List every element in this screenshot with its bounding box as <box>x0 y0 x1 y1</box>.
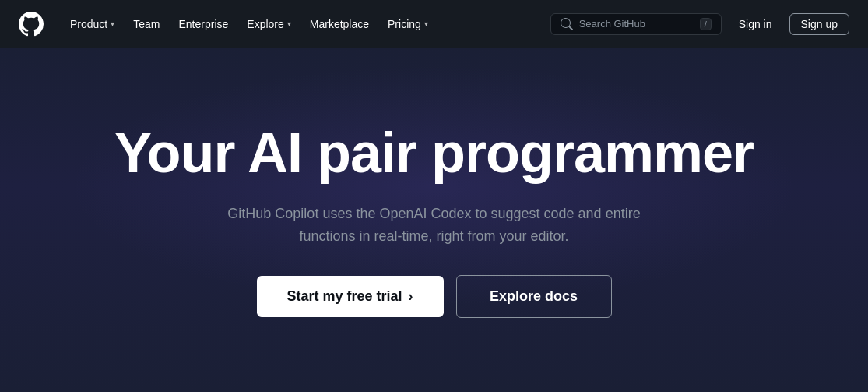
github-logo[interactable] <box>19 12 44 37</box>
hero-title: Your AI pair programmer <box>114 122 754 184</box>
explore-docs-button[interactable]: Explore docs <box>456 275 612 318</box>
sign-in-button[interactable]: Sign in <box>731 13 780 35</box>
chevron-down-icon: ▾ <box>111 19 114 28</box>
nav-links: Product ▾ Team Enterprise Explore ▾ Mark… <box>62 13 538 35</box>
chevron-down-icon: ▾ <box>287 19 291 28</box>
chevron-down-icon: ▾ <box>424 19 428 28</box>
nav-item-pricing[interactable]: Pricing ▾ <box>380 13 436 35</box>
hero-section: Your AI pair programmer GitHub Copilot u… <box>0 48 868 392</box>
nav-item-marketplace[interactable]: Marketplace <box>302 13 377 35</box>
search-shortcut: / <box>700 18 712 30</box>
arrow-icon: › <box>409 288 413 305</box>
hero-subtitle: GitHub Copilot uses the OpenAI Codex to … <box>209 203 660 248</box>
nav-right: / Sign in Sign up <box>550 13 849 35</box>
nav-item-enterprise[interactable]: Enterprise <box>170 13 236 35</box>
nav-item-explore[interactable]: Explore ▾ <box>239 13 298 35</box>
navbar: Product ▾ Team Enterprise Explore ▾ Mark… <box>0 0 868 48</box>
search-bar[interactable]: / <box>550 13 722 35</box>
docs-button-label: Explore docs <box>490 288 578 304</box>
nav-item-team[interactable]: Team <box>125 13 167 35</box>
hero-buttons: Start my free trial › Explore docs <box>257 275 612 318</box>
trial-button-label: Start my free trial <box>286 288 402 305</box>
nav-item-product[interactable]: Product ▾ <box>62 13 122 35</box>
start-trial-button[interactable]: Start my free trial › <box>257 276 444 317</box>
search-input[interactable] <box>579 18 694 30</box>
sign-up-button[interactable]: Sign up <box>789 13 849 35</box>
search-icon <box>561 18 573 30</box>
